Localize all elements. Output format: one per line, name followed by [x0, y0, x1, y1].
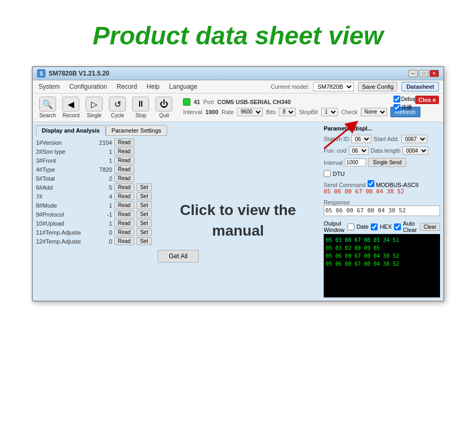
tab-display-analysis[interactable]: Display and Analysis: [36, 125, 106, 136]
save-config-button[interactable]: Save Config: [358, 82, 397, 91]
port-value: COM5 USB-SERIAL CH340: [217, 99, 291, 105]
date-checkbox[interactable]: [347, 223, 354, 230]
model-select[interactable]: SM7820B: [313, 82, 354, 91]
read-button[interactable]: Read: [114, 147, 134, 155]
output-window-label: Output Window: [324, 220, 345, 233]
close-button[interactable]: ✕: [429, 70, 439, 77]
menu-bar: System Configuration Record Help Languag…: [33, 80, 443, 94]
set-button[interactable]: Set: [136, 201, 152, 209]
param-name: 5#Total: [36, 175, 89, 182]
close-overlay-button[interactable]: Clos e: [415, 96, 439, 104]
menu-system[interactable]: System: [37, 82, 61, 91]
single-tool-button[interactable]: ▷ Single: [84, 96, 105, 119]
stopbit-label: StopBit: [299, 109, 317, 115]
param-name: 11#Temp.Adjuste: [36, 229, 89, 236]
menu-record[interactable]: Record: [115, 82, 139, 91]
send-command-label: Send Command: [324, 182, 366, 188]
read-button[interactable]: Read: [114, 192, 134, 200]
read-button[interactable]: Read: [114, 219, 134, 227]
minimize-button[interactable]: ─: [408, 70, 418, 77]
quit-tool-button[interactable]: ⏻ Quit: [153, 96, 175, 119]
menu-configuration[interactable]: Configuration: [68, 82, 108, 91]
params-table: 1#Version2104Read2#Son type1Read3#Front1…: [36, 138, 321, 246]
single-send-button[interactable]: Single Send: [368, 158, 406, 167]
data-length-select[interactable]: 0004: [402, 146, 428, 155]
clear-button[interactable]: Clear: [420, 223, 440, 231]
param-name: 3#Front: [36, 157, 89, 164]
table-row: 11#Temp.Adjuste0ReadSet: [36, 228, 321, 237]
set-button[interactable]: Set: [136, 228, 152, 236]
output-line: 05 03 02 00 09 85: [326, 244, 438, 252]
menu-right: Current model: SM7820B Save Config Datas…: [271, 82, 439, 91]
read-button[interactable]: Read: [114, 237, 134, 245]
modbus-ascii-label: MODBUS-ASCII: [376, 182, 419, 188]
output-line: 05 06 00 67 00 04 38 52: [326, 252, 438, 260]
record-tool-button[interactable]: ◀ Record: [60, 96, 81, 119]
rate-select[interactable]: 9600: [237, 108, 263, 116]
set-button[interactable]: Set: [136, 237, 152, 245]
bits-label: Bits: [266, 109, 276, 115]
set-button[interactable]: Set: [136, 183, 152, 191]
read-button[interactable]: Read: [114, 138, 134, 146]
menu-language[interactable]: Language: [168, 82, 199, 91]
read-button[interactable]: Read: [114, 201, 134, 209]
output-window-header: Output Window Date HEX Auto Clear Clear: [324, 220, 440, 233]
debug-checkbox[interactable]: [393, 96, 400, 102]
param-value: 0: [91, 229, 112, 236]
search-icon: 🔍: [39, 97, 56, 111]
connect-checkbox[interactable]: [393, 104, 400, 111]
fun-cod-select[interactable]: 06: [349, 146, 369, 155]
maximize-button[interactable]: □: [419, 70, 428, 77]
table-row: 10#Upload1ReadSet: [36, 219, 321, 228]
quit-icon: ⏻: [155, 97, 172, 111]
read-button[interactable]: Read: [114, 210, 134, 218]
table-row: 12#Temp.Adjuste0ReadSet: [36, 237, 321, 246]
app-title: SM7820B V1.21.5.20: [49, 70, 109, 77]
auto-clear-label: Auto Clear: [403, 220, 418, 233]
stopbit-select[interactable]: 1: [321, 108, 338, 116]
param-value: -1: [91, 211, 112, 218]
set-button[interactable]: Set: [136, 210, 152, 218]
hex-checkbox[interactable]: [371, 223, 378, 230]
auto-clear-checkbox[interactable]: [394, 223, 401, 230]
bits-select[interactable]: 8: [279, 108, 296, 116]
read-button[interactable]: Read: [114, 165, 134, 173]
response-text: 05 06 00 67 00 04 38 52: [324, 206, 440, 216]
modbus-ascii-checkbox[interactable]: [368, 180, 374, 187]
set-button[interactable]: Set: [136, 219, 152, 227]
set-button[interactable]: Set: [136, 192, 152, 200]
table-row: 2#Son type1Read: [36, 147, 321, 156]
dtu-checkbox[interactable]: [324, 170, 331, 177]
cycle-tool-button[interactable]: ↺ Cycle: [107, 96, 128, 119]
quit-label: Quit: [159, 113, 169, 118]
read-button[interactable]: Read: [114, 174, 134, 182]
record-icon: ◀: [62, 97, 79, 111]
stop-tool-button[interactable]: ⏸ Stop: [130, 96, 151, 119]
app-icon: S: [37, 69, 45, 78]
search-tool-button[interactable]: 🔍 Search: [37, 96, 58, 119]
check-select[interactable]: None: [361, 108, 387, 116]
interval-input[interactable]: [345, 158, 366, 166]
search-label: Search: [39, 113, 56, 118]
left-panel: Display and Analysis Parameter Settings …: [36, 125, 321, 297]
param-value: 2104: [91, 139, 112, 146]
get-all-button[interactable]: Get All: [158, 250, 198, 263]
window-controls: ─ □ ✕: [408, 70, 439, 77]
read-button[interactable]: Read: [114, 183, 134, 191]
cycle-icon: ↺: [109, 97, 126, 111]
tab-parameter-settings[interactable]: Parameter Settings: [106, 125, 167, 136]
param-name: 6#Add: [36, 184, 89, 191]
read-button[interactable]: Read: [114, 156, 134, 164]
table-row: 1#Version2104Read: [36, 138, 321, 147]
interval-value: 1000: [205, 109, 218, 115]
record-label: Record: [62, 113, 79, 118]
start-add-select[interactable]: 0067: [401, 135, 427, 143]
table-row: 9#Protocol-1ReadSet: [36, 210, 321, 219]
main-content: Display and Analysis Parameter Settings …: [33, 122, 443, 301]
datasheet-button[interactable]: Datasheet: [401, 82, 439, 91]
menu-help[interactable]: Help: [145, 82, 161, 91]
param-name: 12#Temp.Adjuste: [36, 238, 89, 245]
table-row: 6#Add5ReadSet: [36, 183, 321, 192]
read-button[interactable]: Read: [114, 228, 134, 236]
station-id-select[interactable]: 06: [351, 135, 371, 143]
